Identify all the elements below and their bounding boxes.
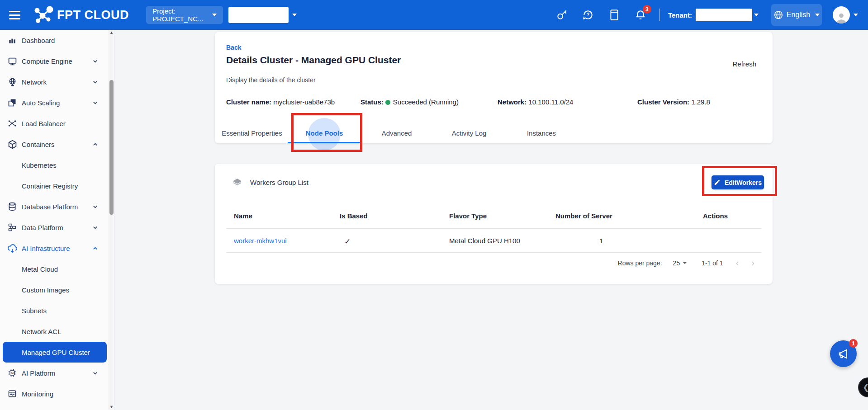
help-icon[interactable]: ? [582, 9, 594, 21]
announcements-button[interactable]: 1 [830, 340, 857, 367]
tab-advanced[interactable]: Advanced [360, 123, 433, 143]
scroll-up-icon[interactable]: ▲ [109, 31, 114, 35]
user-menu[interactable] [833, 6, 858, 24]
notifications-bell-icon[interactable]: 3 [634, 9, 647, 21]
col-header-number-of-server: Number of Server [555, 212, 612, 220]
chevron-down-icon [212, 14, 217, 16]
chevron-down-icon [93, 204, 98, 209]
col-header-is-based: Is Based [340, 212, 368, 220]
project-selector-label: Project: PROJECT_NC... [152, 7, 212, 23]
sidebar-scrollbar[interactable]: ▲ ▼ [109, 30, 114, 410]
network-icon [7, 77, 17, 87]
fpt-cloud-logo[interactable]: FPT CLOUD [33, 6, 129, 24]
cluster-version: Cluster Version: 1.29.8 [637, 98, 710, 106]
monitoring-icon [7, 389, 17, 399]
announcement-badge: 1 [849, 339, 858, 348]
scrollbar-thumb[interactable] [109, 80, 114, 215]
chevron-up-icon [93, 142, 98, 147]
col-header-name: Name [234, 212, 252, 220]
chevron-down-icon [93, 371, 98, 376]
edit-workers-button[interactable]: EditWorkers [711, 175, 764, 189]
sidebar-item-auto-scaling[interactable]: Auto Scaling [0, 92, 114, 113]
molecule-icon [33, 6, 53, 24]
tab-instances[interactable]: Instances [505, 123, 578, 143]
sidebar-item-database-platform[interactable]: Database Platform [0, 196, 114, 217]
cluster-status: Status:Succeeded (Running) [360, 98, 459, 106]
topbar-icons: ? 3 [555, 9, 647, 21]
notification-badge: 3 [643, 5, 651, 14]
sidebar-item-containers[interactable]: Containers [0, 134, 114, 155]
cluster-info-row: Cluster name: mycluster-uab8e73b Status:… [215, 98, 773, 107]
hamburger-menu-icon[interactable] [2, 0, 27, 30]
layers-icon [232, 177, 242, 188]
load-balancer-icon [7, 118, 17, 128]
language-label: English [787, 11, 810, 19]
sidebar-item-dashboard[interactable]: Dashboard [0, 30, 114, 51]
chevron-down-icon [683, 262, 687, 264]
sidebar-item-load-balancer[interactable]: Load Balancer [0, 113, 114, 134]
sidebar-item-network-acl[interactable]: Network ACL [0, 321, 114, 342]
rows-per-page-select[interactable]: 25 [673, 259, 688, 267]
flavor-type-cell: Metal Cloud GPU H100 [449, 237, 520, 245]
project-selector[interactable]: Project: PROJECT_NC... [146, 6, 223, 24]
chevron-down-icon [93, 59, 98, 64]
chevron-down-icon [854, 14, 858, 16]
sidebar-item-monitoring[interactable]: Monitoring [0, 383, 114, 404]
sidebar-item-data-platform[interactable]: Data Platform [0, 217, 114, 238]
divider [659, 9, 660, 21]
data-platform-icon [7, 222, 17, 232]
sidebar-item-compute-engine[interactable]: Compute Engine [0, 51, 114, 71]
sidebar-item-metal-cloud[interactable]: Metal Cloud [0, 259, 114, 279]
sidebar-item-ai-platform[interactable]: AI AI Platform [0, 363, 114, 383]
page-subtitle: Display the details of the cluster [226, 76, 316, 84]
containers-icon [7, 139, 17, 149]
sidebar-item-managed-gpu-cluster[interactable]: Managed GPU Cluster [3, 342, 107, 363]
tenant-value-field[interactable] [696, 9, 752, 21]
api-key-icon[interactable] [555, 9, 568, 21]
tab-bar: Essential Properties Node Pools Advanced… [216, 123, 578, 143]
chevron-down-icon [93, 100, 98, 105]
topbar-search-input[interactable] [228, 7, 289, 23]
sidebar: Dashboard Compute Engine Network Auto Sc… [0, 30, 114, 410]
next-page-icon[interactable]: › [751, 258, 754, 268]
tenant-label: Tenant: [668, 11, 692, 19]
table-divider [226, 252, 761, 253]
refresh-button[interactable]: Refresh [732, 60, 756, 68]
cluster-network: Network: 10.100.11.0/24 [498, 98, 573, 106]
sidebar-item-container-registry[interactable]: Container Registry [0, 175, 114, 196]
tab-node-pools[interactable]: Node Pools [288, 123, 360, 143]
back-link[interactable]: Back [226, 44, 241, 51]
page-title: Details Cluster - Managed GPU Cluster [226, 55, 401, 66]
compute-engine-icon [7, 56, 17, 66]
sidebar-item-custom-images[interactable]: Custom Images [0, 279, 114, 300]
chevron-down-icon[interactable] [292, 14, 297, 16]
pagination: Rows per page: 25 1-1 of 1 ‹ › [618, 258, 754, 268]
sidebar-item-kubernetes[interactable]: Kubernetes [0, 155, 114, 175]
workers-group-card: Workers Group List EditWorkers Name Is B… [215, 164, 773, 284]
table-divider [226, 228, 761, 229]
scroll-down-icon[interactable]: ▼ [109, 405, 114, 409]
chevron-down-icon [93, 225, 98, 230]
megaphone-icon [837, 348, 850, 360]
ai-platform-icon: AI [7, 368, 17, 378]
globe-icon [773, 10, 783, 20]
sidebar-item-ai-infrastructure[interactable]: AI Infrastructure [0, 238, 114, 259]
cluster-details-card: Back Details Cluster - Managed GPU Clust… [215, 32, 773, 143]
chevron-up-icon [93, 246, 98, 251]
number-of-server-cell: 1 [599, 237, 603, 245]
section-title: Workers Group List [250, 179, 308, 186]
sidebar-item-subnets[interactable]: Subnets [0, 300, 114, 321]
tab-essential-properties[interactable]: Essential Properties [216, 123, 288, 143]
chevron-down-icon [93, 80, 98, 85]
active-tab-underline [288, 142, 360, 143]
sidebar-item-network[interactable]: Network [0, 71, 114, 92]
chevron-down-icon[interactable] [754, 14, 759, 16]
is-based-checkmark: ✓ [344, 237, 351, 246]
worker-name-link[interactable]: worker-mkhw1vui [234, 237, 287, 245]
language-selector[interactable]: English [771, 4, 822, 26]
previous-page-icon[interactable]: ‹ [736, 258, 739, 268]
pagination-range: 1-1 of 1 [702, 259, 723, 267]
ai-infrastructure-icon [7, 243, 17, 253]
docs-icon[interactable] [608, 9, 621, 21]
tab-activity-log[interactable]: Activity Log [433, 123, 505, 143]
